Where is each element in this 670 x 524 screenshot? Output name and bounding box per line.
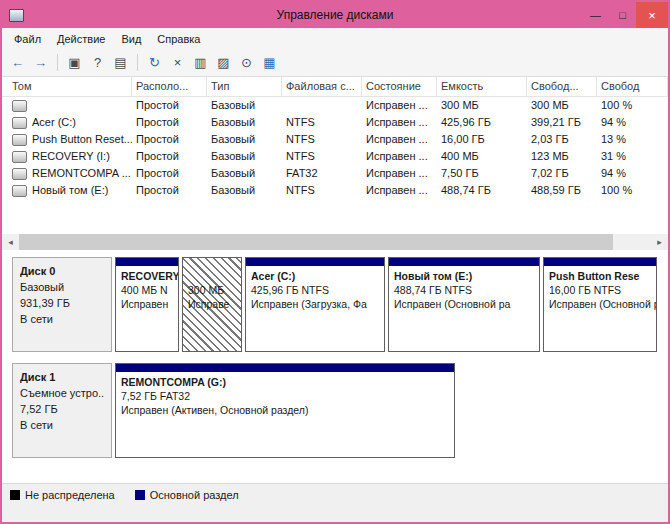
disk-name: Диск 1	[20, 369, 104, 385]
table-row[interactable]: Push Button Reset...ПростойБазовыйNTFSИс…	[2, 131, 668, 148]
partition-size: 7,52 ГБ FAT32	[121, 389, 449, 403]
volume-icon	[12, 151, 27, 163]
cell-capacity: 425,96 ГБ	[437, 114, 527, 131]
forward-icon[interactable]: →	[30, 52, 51, 73]
column-header-capacity[interactable]: Емкость	[437, 77, 527, 96]
table-row[interactable]: RECOVERY (I:)ПростойБазовыйNTFSИсправен …	[2, 148, 668, 165]
disk-row: Диск 0Базовый931,39 ГБВ сетиRECOVERY400 …	[12, 257, 658, 352]
partition-size: 425,96 ГБ NTFS	[251, 283, 379, 297]
cell-free: 123 МБ	[527, 148, 597, 165]
partition[interactable]: RECOVERY400 МБ NИсправен	[115, 257, 179, 352]
cell-status: Исправен ...	[362, 131, 437, 148]
cell-capacity: 300 МБ	[437, 97, 527, 114]
partition-color-strip	[389, 258, 539, 266]
column-header-filesystem[interactable]: Файловая с...	[282, 77, 362, 96]
cell-free: 399,21 ГБ	[527, 114, 597, 131]
partitions: RECOVERY400 МБ NИсправен300 МБИсправеAce…	[115, 257, 658, 352]
maximize-button[interactable]: □	[609, 2, 636, 28]
disk-header[interactable]: Диск 0Базовый931,39 ГБВ сети	[12, 257, 112, 352]
help-icon[interactable]: ?	[87, 52, 108, 73]
disk-header[interactable]: Диск 1Съемное устро...7,52 ГБВ сети	[12, 363, 112, 458]
partition-color-strip	[116, 364, 454, 372]
menu-item-action[interactable]: Действие	[49, 30, 113, 48]
close-button[interactable]: ×	[636, 2, 668, 28]
menu-bar: ФайлДействиеВидСправка	[2, 28, 668, 49]
partition[interactable]: 300 МБИсправе	[182, 257, 242, 352]
volume-list-header: ТомРасполо...ТипФайловая с...СостояниеЕм…	[2, 77, 668, 97]
table-row[interactable]: REMONTCOMPA ...ПростойБазовыйFAT32Исправ…	[2, 165, 668, 182]
search-icon[interactable]: ⊙	[236, 52, 257, 73]
scroll-track[interactable]	[19, 234, 651, 250]
window-title: Управление дисками	[2, 8, 668, 22]
show-console-tree-icon[interactable]: ▣	[64, 52, 85, 73]
scroll-left-icon[interactable]: ◂	[2, 234, 19, 250]
cell-layout: Простой	[132, 131, 207, 148]
toolbar: ←→▣?▤↻×▥▨⊙▦	[2, 49, 668, 77]
column-header-layout[interactable]: Располо...	[132, 77, 207, 96]
partition-info: Push Button Rese16,00 ГБ NTFSИсправен (О…	[544, 266, 656, 314]
cell-fs: NTFS	[282, 182, 362, 199]
partition-status: Исправен	[121, 297, 173, 311]
partition-status: Исправе	[188, 297, 236, 311]
partition-info: RECOVERY400 МБ NИсправен	[116, 266, 178, 314]
partition[interactable]: Acer (C:)425,96 ГБ NTFSИсправен (Загрузк…	[245, 257, 385, 352]
minimize-button[interactable]: —	[582, 2, 609, 28]
scroll-right-icon[interactable]: ▸	[651, 234, 668, 250]
cell-capacity: 7,50 ГБ	[437, 165, 527, 182]
cell-fs: NTFS	[282, 131, 362, 148]
volume-icon	[12, 117, 27, 129]
column-header-volume[interactable]: Том	[2, 77, 132, 96]
partition-info: REMONTCOMPA (G:)7,52 ГБ FAT32Исправен (А…	[116, 372, 454, 420]
column-header-free-pct[interactable]: Свобод	[597, 77, 668, 96]
cell-status: Исправен ...	[362, 114, 437, 131]
cell-pct: 100 %	[597, 182, 668, 199]
cell-pct: 94 %	[597, 165, 668, 182]
volume-name: Acer (C:)	[32, 114, 76, 131]
table-row[interactable]: Новый том (E:)ПростойБазовыйNTFSИсправен…	[2, 182, 668, 199]
partition[interactable]: Push Button Rese16,00 ГБ NTFSИсправен (О…	[543, 257, 657, 352]
table-row[interactable]: ПростойБазовыйИсправен ...300 МБ300 МБ10…	[2, 97, 668, 114]
cell-pct: 100 %	[597, 97, 668, 114]
show-action-pane-icon[interactable]: ▤	[110, 52, 131, 73]
partitions: REMONTCOMPA (G:)7,52 ГБ FAT32Исправен (А…	[115, 363, 658, 458]
cell-capacity: 16,00 ГБ	[437, 131, 527, 148]
partition-size: 488,74 ГБ NTFS	[394, 283, 534, 297]
partition[interactable]: REMONTCOMPA (G:)7,52 ГБ FAT32Исправен (А…	[115, 363, 455, 458]
scroll-thumb[interactable]	[19, 234, 613, 250]
properties-icon[interactable]: ▦	[259, 52, 280, 73]
horizontal-scrollbar[interactable]: ◂ ▸	[2, 234, 668, 250]
legend-item: Основной раздел	[135, 489, 239, 501]
partition-status: Исправен (Основной ра	[394, 297, 534, 311]
title-bar[interactable]: Управление дисками — □ ×	[2, 2, 668, 28]
partition[interactable]: Новый том (E:)488,74 ГБ NTFSИсправен (Ос…	[388, 257, 540, 352]
column-header-type[interactable]: Тип	[207, 77, 282, 96]
legend-color-swatch	[10, 490, 20, 500]
delete-volume-icon[interactable]: ×	[167, 52, 188, 73]
partition-info: Acer (C:)425,96 ГБ NTFSИсправен (Загрузк…	[246, 266, 384, 314]
refresh-icon[interactable]: ↻	[144, 52, 165, 73]
cell-capacity: 400 МБ	[437, 148, 527, 165]
column-header-status[interactable]: Состояние	[362, 77, 437, 96]
menu-item-file[interactable]: Файл	[6, 30, 49, 48]
partition-info: 300 МБИсправе	[183, 266, 241, 314]
menu-item-help[interactable]: Справка	[149, 30, 208, 48]
volume-name-cell: Push Button Reset...	[2, 131, 132, 148]
back-icon[interactable]: ←	[7, 52, 28, 73]
explore-icon[interactable]: ▨	[213, 52, 234, 73]
cell-type: Базовый	[207, 97, 282, 114]
app-icon	[9, 9, 24, 22]
volume-icon	[12, 100, 27, 112]
column-header-free[interactable]: Свобод...	[527, 77, 597, 96]
table-row[interactable]: Acer (C:)ПростойБазовыйNTFSИсправен ...4…	[2, 114, 668, 131]
partition-title	[188, 269, 236, 283]
cell-free: 488,59 ГБ	[527, 182, 597, 199]
menu-item-view[interactable]: Вид	[113, 30, 149, 48]
cell-free: 300 МБ	[527, 97, 597, 114]
cell-type: Базовый	[207, 165, 282, 182]
cell-type: Базовый	[207, 148, 282, 165]
open-icon[interactable]: ▥	[190, 52, 211, 73]
volume-icon	[12, 185, 27, 197]
partition-color-strip	[116, 258, 178, 266]
cell-status: Исправен ...	[362, 182, 437, 199]
volume-icon	[12, 134, 27, 146]
